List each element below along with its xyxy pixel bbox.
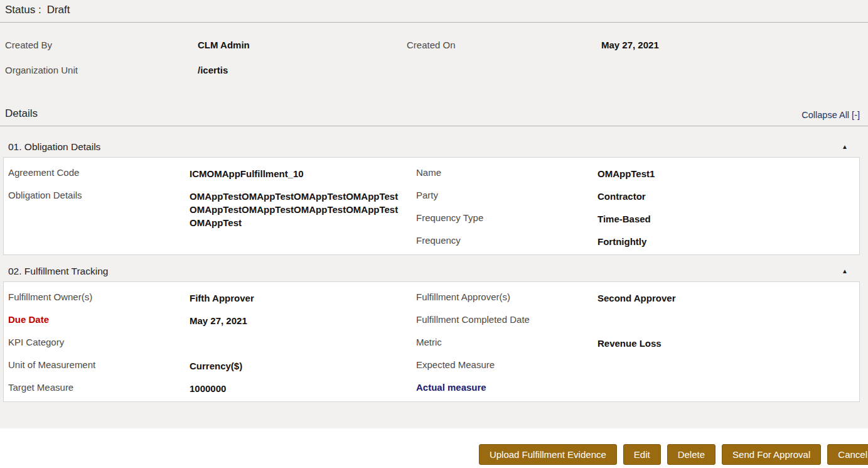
button-bar: Upload Fulfillment Evidence Edit Delete … (0, 444, 868, 465)
section-body-obligation-details: Agreement Code ICMOMAppFulfillment_10 Ob… (3, 157, 860, 255)
fulfillment-completed-date-label: Fulfillment Completed Date (412, 314, 597, 325)
kpi-category-label: KPI Category (4, 337, 190, 348)
created-by-value: CLM Admin (198, 40, 407, 50)
send-for-approval-button[interactable]: Send For Approval (722, 444, 821, 465)
field-row: Due Date May 27, 2021 (4, 308, 412, 331)
fulfillment-owners-value: Fifth Approver (190, 291, 406, 305)
due-date-value: May 27, 2021 (190, 314, 406, 327)
field-row: KPI Category (4, 331, 412, 354)
delete-button[interactable]: Delete (667, 444, 715, 465)
section-fulfillment-tracking: 02. Fulfillment Tracking ▲ Fulfillment O… (3, 261, 860, 402)
section-header-fulfillment-tracking[interactable]: 02. Fulfillment Tracking ▲ (3, 261, 860, 281)
field-row: Fulfillment Owner(s) Fifth Approver (4, 286, 412, 308)
field-row: Target Measure 1000000 (4, 376, 412, 399)
fulfillment-approvers-label: Fulfillment Approver(s) (412, 291, 597, 303)
collapse-arrow-icon: ▲ (842, 268, 848, 275)
details-header: Details Collapse All [-] (0, 107, 868, 126)
expected-measure-label: Expected Measure (412, 359, 597, 371)
fulfillment-approvers-value: Second Approver (597, 291, 814, 305)
field-row: Fulfillment Completed Date (412, 308, 859, 331)
name-label: Name (412, 167, 597, 178)
fields-column-left: Fulfillment Owner(s) Fifth Approver Due … (4, 286, 412, 399)
target-measure-label: Target Measure (4, 382, 190, 393)
field-row: Agreement Code ICMOMAppFulfillment_10 (4, 161, 412, 184)
obligation-details-label: Obligation Details (4, 190, 190, 201)
section-obligation-details: 01. Obligation Details ▲ Agreement Code … (3, 136, 860, 255)
section-header-obligation-details[interactable]: 01. Obligation Details ▲ (3, 136, 860, 157)
field-row: Actual measure (412, 376, 859, 399)
frequency-value: Fortnightly (597, 235, 814, 248)
upload-fulfillment-evidence-button[interactable]: Upload Fulfillment Evidence (479, 444, 617, 465)
status-bar: Status :Draft (0, 0, 868, 23)
field-row: Expected Measure (412, 354, 859, 376)
metric-value: Revenue Loss (597, 337, 814, 350)
collapse-all-link[interactable]: Collapse All [-] (801, 110, 860, 120)
section-title: 02. Fulfillment Tracking (8, 266, 108, 277)
fields-column-right: Fulfillment Approver(s) Second Approver … (412, 286, 859, 399)
field-row: Party Contractor (412, 184, 859, 207)
metric-label: Metric (412, 337, 597, 348)
collapse-arrow-icon: ▲ (842, 144, 848, 150)
obligation-detail-page: Status :Draft Created By CLM Admin Creat… (0, 0, 868, 468)
party-label: Party (412, 190, 597, 201)
organization-unit-label: Organization Unit (5, 65, 198, 75)
field-row: Name OMAppTest1 (412, 161, 859, 184)
field-row: Obligation Details OMAppTestOMAppTestOMA… (4, 184, 412, 229)
frequency-label: Frequency (412, 235, 597, 246)
section-body-fulfillment-tracking: Fulfillment Owner(s) Fifth Approver Due … (3, 281, 860, 402)
fields-column-right: Name OMAppTest1 Party Contractor Frequen… (412, 161, 859, 252)
field-row: Frequency Type Time-Based (412, 207, 859, 229)
due-date-label: Due Date (4, 314, 190, 325)
party-value: Contractor (597, 190, 814, 203)
frequency-type-label: Frequency Type (412, 212, 597, 224)
frequency-type-value: Time-Based (597, 212, 814, 226)
created-on-label: Created On (407, 40, 601, 50)
meta-row: Organization Unit /icertis (5, 65, 860, 90)
organization-unit-value: /icertis (198, 65, 407, 75)
meta-row: Created By CLM Admin Created On May 27, … (5, 40, 860, 65)
cancel-button[interactable]: Cancel (827, 444, 868, 465)
agreement-code-label: Agreement Code (4, 167, 190, 178)
target-measure-value: 1000000 (190, 382, 406, 395)
fields-column-left: Agreement Code ICMOMAppFulfillment_10 Ob… (4, 161, 412, 252)
meta-section: Created By CLM Admin Created On May 27, … (0, 23, 868, 90)
status-label: Status : (5, 4, 41, 16)
section-title: 01. Obligation Details (8, 141, 100, 153)
field-row: Frequency Fortnightly (412, 229, 859, 252)
agreement-code-value: ICMOMAppFulfillment_10 (190, 167, 406, 180)
unit-of-measurement-value: Currency($) (190, 359, 406, 373)
name-value: OMAppTest1 (597, 167, 814, 180)
fulfillment-owners-label: Fulfillment Owner(s) (4, 291, 190, 303)
field-row: Unit of Measurement Currency($) (4, 354, 412, 376)
edit-button[interactable]: Edit (623, 444, 661, 465)
actual-measure-link[interactable]: Actual measure (412, 382, 597, 393)
field-row: Fulfillment Approver(s) Second Approver (412, 286, 859, 308)
details-title: Details (5, 107, 38, 120)
status-value: Draft (47, 4, 70, 16)
unit-of-measurement-label: Unit of Measurement (4, 359, 190, 371)
obligation-details-value: OMAppTestOMAppTestOMAppTestOMAppTestOMAp… (190, 190, 406, 229)
created-on-value: May 27, 2021 (601, 40, 860, 50)
field-row: Metric Revenue Loss (412, 331, 859, 354)
created-by-label: Created By (5, 40, 198, 50)
footer-action-bar: Upload Fulfillment Evidence Edit Delete … (0, 428, 868, 468)
